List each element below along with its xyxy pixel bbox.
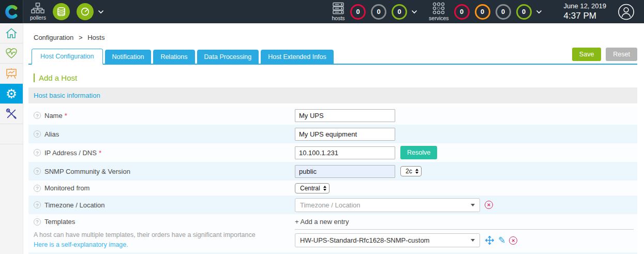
timezone-select[interactable]: Timezone / Location	[295, 198, 480, 212]
easel-chart-icon	[5, 68, 18, 79]
breadcrumb-separator: >	[79, 34, 83, 41]
sidebar-item-home[interactable]	[0, 23, 23, 43]
hosts-menu[interactable]: hosts	[332, 2, 345, 21]
services-label: services	[429, 15, 449, 21]
sidebar-item-administration[interactable]	[0, 104, 23, 124]
tab-host-configuration[interactable]: Host Configuration	[32, 49, 103, 65]
templates-label-group: ? Templates A host can have multiple tem…	[34, 218, 295, 248]
help-icon[interactable]: ?	[34, 168, 41, 175]
help-icon[interactable]: ?	[34, 112, 41, 119]
template-value: HW-UPS-Standard-Rfc1628-SNMP-custom	[295, 236, 471, 244]
hosts-icon	[332, 2, 345, 14]
services-warning-counter[interactable]: 0	[475, 4, 490, 20]
sidebar-item-monitoring[interactable]	[0, 43, 23, 64]
form-row-alias: ? Alias	[28, 125, 637, 143]
form-row-snmp: ? SNMP Community & Version 2c	[28, 162, 637, 181]
help-icon[interactable]: ?	[34, 218, 41, 226]
user-icon	[618, 3, 635, 21]
ip-label-group: ? IP Address / DNS *	[34, 149, 295, 157]
name-label: Name	[44, 112, 63, 119]
snmp-label-group: ? SNMP Community & Version	[34, 168, 295, 175]
templates-note: A host can have multiple templates, thei…	[34, 231, 295, 240]
tools-icon	[5, 108, 18, 119]
section-host-basic-information[interactable]: Host basic information	[28, 87, 637, 103]
sidebar-item-configuration[interactable]: ⚙	[0, 84, 23, 104]
alias-label-group: ? Alias	[34, 130, 295, 138]
template-select[interactable]: HW-UPS-Standard-Rfc1628-SNMP-custom	[295, 233, 480, 247]
caret-down-icon	[471, 239, 475, 242]
current-time: 4:37 PM	[564, 10, 606, 21]
tab-host-extended-infos[interactable]: Host Extended Infos	[261, 50, 334, 64]
add-new-entry-link[interactable]: + Add a new entry	[295, 218, 634, 230]
templates-label: Templates	[44, 218, 75, 226]
services-status-group: services 0 0 0 0	[429, 2, 542, 21]
ip-address-label: IP Address / DNS	[44, 149, 97, 157]
form-row-monitored-from: ? Monitored from Central	[28, 181, 637, 196]
poller-chevron-down-icon[interactable]	[98, 10, 104, 14]
monitored-from-label: Monitored from	[44, 184, 89, 192]
timezone-clear-icon[interactable]: ✕	[485, 201, 493, 209]
user-avatar[interactable]	[618, 3, 635, 20]
top-bar: pollers hosts 0 0 0	[0, 0, 644, 23]
help-icon[interactable]: ?	[34, 149, 41, 156]
move-entry-icon[interactable]	[485, 236, 494, 245]
timezone-label-group: ? Timezone / Location	[34, 201, 295, 209]
templates-example-link[interactable]: Here is a self-explanatory image.	[34, 241, 295, 248]
host-form: ? Name * ? Alias ? IP Address / DNS *	[28, 106, 637, 254]
reset-button[interactable]: Reset	[606, 48, 637, 61]
hosts-label: hosts	[332, 15, 345, 21]
database-status-icon[interactable]	[53, 3, 70, 20]
select-spinner-icon	[415, 169, 418, 174]
ip-address-input[interactable]	[295, 146, 395, 159]
breadcrumb-hosts[interactable]: Hosts	[87, 34, 104, 41]
alias-input[interactable]	[295, 128, 395, 141]
hosts-down-counter[interactable]: 0	[350, 4, 366, 20]
help-icon[interactable]: ?	[34, 201, 41, 208]
hosts-up-counter[interactable]: 0	[392, 4, 407, 20]
resolve-button[interactable]: Resolve	[400, 146, 437, 159]
sidebar-empty-cell	[0, 124, 23, 144]
tab-bar: Host Configuration Notification Relation…	[28, 48, 637, 65]
save-button[interactable]: Save	[572, 48, 602, 61]
tab-notification[interactable]: Notification	[105, 50, 152, 64]
services-icon	[432, 2, 445, 14]
monitored-from-select[interactable]: Central	[295, 183, 330, 193]
form-actions: Save Reset	[572, 48, 637, 61]
edit-entry-icon[interactable]: ✎	[498, 236, 505, 245]
pollers-icon	[31, 3, 44, 14]
help-icon[interactable]: ?	[34, 130, 41, 138]
monitored-from-value: Central	[300, 185, 320, 192]
page-title: Add a Host	[28, 73, 637, 82]
required-marker: *	[99, 149, 101, 157]
hosts-unreachable-counter[interactable]: 0	[371, 4, 386, 20]
select-spinner-icon	[323, 186, 326, 191]
name-input[interactable]	[295, 109, 395, 122]
pollers-menu[interactable]: pollers	[30, 3, 46, 21]
centreon-logo[interactable]	[0, 0, 23, 23]
delete-entry-icon[interactable]: ✕	[509, 236, 517, 245]
tab-relations[interactable]: Relations	[153, 50, 194, 64]
templates-control-group: + Add a new entry HW-UPS-Standard-Rfc162…	[295, 218, 637, 247]
tab-data-processing[interactable]: Data Processing	[197, 50, 259, 64]
timezone-placeholder: Timezone / Location	[295, 201, 471, 209]
services-unknown-counter[interactable]: 0	[496, 4, 511, 20]
form-row-templates: ? Templates A host can have multiple tem…	[28, 214, 637, 252]
hosts-chevron-down-icon[interactable]	[411, 10, 417, 14]
help-icon[interactable]: ?	[34, 185, 41, 192]
caret-down-icon	[471, 204, 475, 206]
timezone-label: Timezone / Location	[44, 201, 105, 209]
services-ok-counter[interactable]: 0	[516, 4, 532, 20]
services-chevron-down-icon[interactable]	[536, 10, 542, 14]
form-row-name: ? Name *	[28, 106, 637, 125]
snmp-version-select[interactable]: 2c	[400, 166, 422, 176]
services-critical-counter[interactable]: 0	[454, 4, 470, 20]
gear-icon: ⚙	[6, 87, 17, 100]
hosts-status-group: hosts 0 0 0	[332, 2, 417, 21]
latency-gauge-icon[interactable]	[77, 3, 94, 20]
sidebar-item-reporting[interactable]	[0, 64, 23, 84]
pollers-label: pollers	[30, 14, 46, 21]
centreon-logo-icon	[4, 5, 19, 19]
breadcrumb-configuration[interactable]: Configuration	[34, 34, 73, 41]
services-menu[interactable]: services	[429, 2, 449, 21]
snmp-community-input[interactable]	[295, 165, 395, 178]
